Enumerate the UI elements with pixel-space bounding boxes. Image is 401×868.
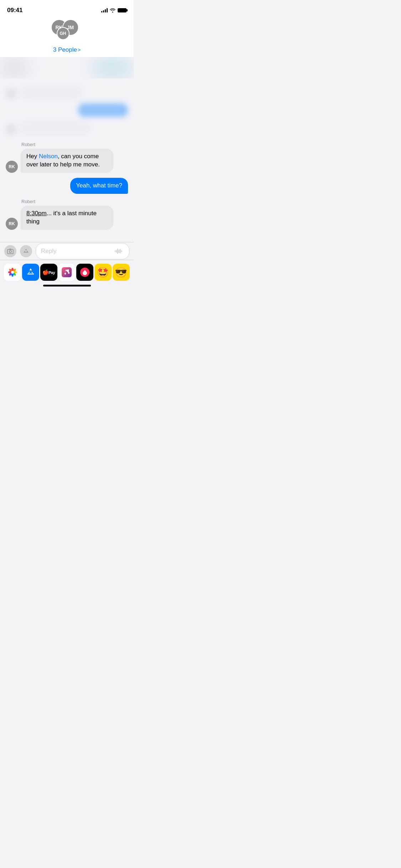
sender-name-3: Robert (21, 199, 128, 204)
dock-memoji1-app[interactable]: 🤩 (94, 264, 112, 281)
appstore-dock-icon (26, 267, 36, 277)
bubble-received-1[interactable]: Hey Nelson, can you come over later to h… (21, 149, 113, 173)
appstore-icon (23, 248, 29, 254)
message-group-1: Robert RK Hey Nelson, can you come over … (6, 142, 128, 173)
status-time: 09:41 (7, 7, 22, 14)
svg-rect-4 (116, 250, 117, 253)
battery-icon (118, 8, 127, 12)
status-icons (101, 8, 127, 12)
mention-nelson: Nelson (39, 153, 58, 160)
blur-decoration (0, 57, 134, 78)
reply-input-field[interactable]: Reply (36, 243, 129, 259)
dock-photos-app[interactable] (4, 264, 21, 281)
dock-fitness-app[interactable] (76, 264, 93, 281)
svg-rect-7 (120, 249, 120, 253)
memoji1-icon: 🤩 (97, 267, 109, 278)
svg-rect-9 (122, 251, 123, 252)
bubble-sent-1[interactable]: Yeah, what time? (70, 178, 128, 194)
music-icon (62, 267, 72, 277)
camera-button[interactable] (4, 245, 16, 257)
dock-memoji2-app[interactable]: 😎 (113, 264, 130, 281)
message-row-1: RK Hey Nelson, can you come over later t… (6, 149, 128, 173)
message-group-2: Yeah, what time? (6, 178, 128, 194)
svg-rect-3 (115, 250, 115, 252)
audio-button[interactable] (113, 246, 124, 257)
svg-rect-6 (119, 249, 119, 253)
home-indicator (43, 285, 91, 286)
conversation-header[interactable]: RK JM GH 3 People > (0, 16, 134, 57)
blurred-messages (0, 78, 134, 142)
svg-rect-8 (121, 250, 122, 252)
appstore-button[interactable] (20, 245, 32, 257)
svg-rect-0 (7, 249, 13, 254)
chevron-right-icon: > (78, 47, 81, 53)
message-row-3: RK 8:30pm... it's a last minute thing (6, 206, 128, 230)
group-name[interactable]: 3 People > (53, 46, 81, 53)
svg-point-1 (9, 250, 11, 253)
group-name-label: 3 People (53, 46, 77, 53)
dock-appstore-app[interactable] (22, 264, 39, 281)
message-group-3: Robert RK 8:30pm... it's a last minute t… (6, 199, 128, 230)
input-bar: Reply (0, 242, 134, 260)
message-row-2: Yeah, what time? (6, 178, 128, 194)
sender-name-1: Robert (21, 142, 128, 147)
svg-rect-2 (9, 249, 11, 250)
svg-point-19 (11, 271, 14, 274)
camera-icon (7, 248, 14, 254)
wifi-icon (110, 8, 115, 12)
svg-rect-5 (117, 249, 118, 254)
messages-container: Robert RK Hey Nelson, can you come over … (0, 142, 134, 230)
photos-icon (7, 267, 18, 278)
fitness-icon (80, 267, 90, 277)
avatar-robert-1: RK (6, 161, 18, 173)
waveform-icon (115, 248, 123, 254)
time-underline: 8:30pm (26, 210, 47, 217)
avatar-group: RK JM GH (51, 19, 83, 44)
dock-music-app[interactable] (58, 264, 75, 281)
svg-rect-21 (62, 267, 72, 277)
reply-placeholder: Reply (41, 248, 56, 255)
status-bar: 09:41 (0, 0, 134, 16)
dock-applepay-app[interactable]: 🍎Pay (40, 264, 57, 281)
memoji2-icon: 😎 (115, 267, 127, 278)
avatar-robert-3: RK (6, 218, 18, 230)
signal-icon (101, 8, 108, 12)
bubble-received-3[interactable]: 8:30pm... it's a last minute thing (21, 206, 113, 230)
applepay-icon: 🍎Pay (42, 269, 55, 275)
avatar-gh: GH (57, 27, 70, 40)
